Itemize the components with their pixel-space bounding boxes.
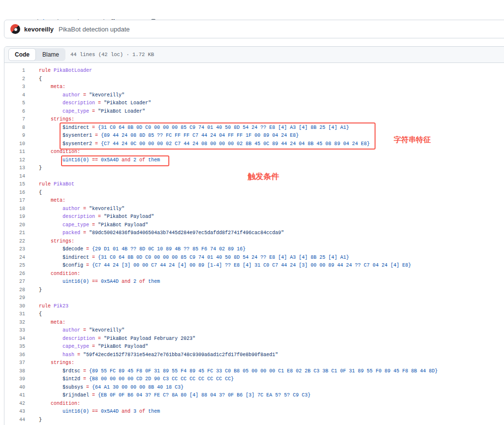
- code-line: 3 meta:: [4, 83, 504, 91]
- line-number[interactable]: 10: [4, 140, 25, 149]
- file-size-info: 44 lines (42 loc) · 1.72 KB: [70, 52, 154, 58]
- code-line: 33 author = "kevoreilly": [4, 327, 504, 335]
- line-content: $rijndael = {EB 0F 0F B6 04 3? FE C? 8A …: [25, 392, 311, 400]
- line-number[interactable]: 27: [4, 278, 25, 286]
- code-line: 43 uint16(0) == 0x5A4D and 3 of them: [4, 408, 504, 416]
- commit-message-link[interactable]: PikaBot detection update: [59, 26, 130, 33]
- line-content: condition:: [25, 270, 80, 278]
- line-content: [25, 294, 39, 303]
- line-content: cape_type = "PikaBot Payload": [25, 221, 148, 230]
- line-content: strings:: [25, 238, 74, 246]
- code-line: 1rule PikaBotLoader: [4, 67, 504, 75]
- line-number[interactable]: 11: [4, 148, 25, 156]
- line-number[interactable]: 36: [4, 351, 25, 360]
- code-line: 36 hash = "59f42ecde152f78731e54ea27e761…: [4, 351, 504, 360]
- line-number[interactable]: 16: [4, 189, 25, 197]
- file-header-bar: Code Blame 44 lines (42 loc) · 1.72 KB: [4, 47, 504, 63]
- tab-code[interactable]: Code: [8, 48, 36, 61]
- tab-blame[interactable]: Blame: [36, 48, 65, 61]
- code-line: 29: [4, 294, 504, 303]
- line-number[interactable]: 20: [4, 221, 25, 230]
- line-number[interactable]: 44: [4, 416, 25, 425]
- code-line: 20 cape_type = "PikaBot Payload": [4, 221, 504, 230]
- code-line: 2{: [4, 75, 504, 84]
- code-line: 7 strings:: [4, 116, 504, 124]
- line-number[interactable]: 6: [4, 108, 25, 116]
- commit-author-link[interactable]: kevoreilly: [24, 26, 54, 33]
- line-number[interactable]: 5: [4, 99, 25, 108]
- line-content: meta:: [25, 197, 65, 205]
- line-content: meta:: [25, 319, 65, 327]
- line-content: author = "kevoreilly": [25, 91, 125, 100]
- line-content: description = "PikaBot Payload February …: [25, 335, 195, 343]
- line-number[interactable]: 19: [4, 213, 25, 221]
- line-number[interactable]: 18: [4, 205, 25, 213]
- line-number[interactable]: 42: [4, 400, 25, 408]
- line-content: {: [25, 310, 42, 319]
- line-number[interactable]: 22: [4, 238, 25, 246]
- line-number[interactable]: 8: [4, 124, 25, 132]
- code-line: 28}: [4, 286, 504, 295]
- line-number[interactable]: 12: [4, 156, 25, 165]
- line-number[interactable]: 43: [4, 408, 25, 416]
- code-line: 10 $sysenter2 = {C7 44 24 0C 00 00 00 02…: [4, 140, 504, 149]
- line-content: packed = "89dc50024836f9ad406504a3b7445d…: [25, 229, 284, 238]
- line-number[interactable]: 38: [4, 367, 25, 376]
- line-number[interactable]: 39: [4, 375, 25, 384]
- line-content: description = "Pikabot Loader": [25, 99, 151, 108]
- line-number[interactable]: 25: [4, 262, 25, 270]
- line-number[interactable]: 33: [4, 327, 25, 335]
- code-line: 35 cape_type = "PikaBot Payload": [4, 343, 504, 351]
- line-number[interactable]: 2: [4, 75, 25, 84]
- code-line: 13}: [4, 164, 504, 173]
- line-number[interactable]: 1: [4, 67, 25, 75]
- line-content: cape_type = "PikaBot Payload": [25, 343, 148, 351]
- line-content: $decode = {29 D1 01 4B ?? 8D 0C 10 89 4B…: [25, 245, 246, 254]
- line-content: strings:: [25, 116, 74, 124]
- code-line: 5 description = "Pikabot Loader": [4, 99, 504, 108]
- line-number[interactable]: 26: [4, 270, 25, 278]
- line-number[interactable]: 28: [4, 286, 25, 295]
- line-content: uint16(0) == 0x5A4D and 2 of them: [25, 278, 160, 286]
- line-number[interactable]: 31: [4, 310, 25, 319]
- line-number[interactable]: 17: [4, 197, 25, 205]
- avatar[interactable]: [10, 24, 20, 34]
- code-line: 4 author = "kevoreilly": [4, 91, 504, 100]
- code-line: 40 $subsys = {64 A1 30 00 00 00 8B 40 18…: [4, 384, 504, 392]
- line-content: rule PikaBotLoader: [25, 67, 92, 75]
- line-number[interactable]: 30: [4, 303, 25, 311]
- code-line: 21 packed = "89dc50024836f9ad406504a3b74…: [4, 229, 504, 238]
- code-line: 12 uint16(0) == 0x5A4D and 2 of them: [4, 156, 504, 165]
- line-content: }: [25, 286, 42, 295]
- line-number[interactable]: 32: [4, 319, 25, 327]
- line-content: {: [25, 75, 42, 84]
- line-number[interactable]: 34: [4, 335, 25, 343]
- code-line: 19 description = "Pikabot Payload": [4, 213, 504, 221]
- code-line: 41 $rijndael = {EB 0F 0F B6 04 3? FE C? …: [4, 392, 504, 400]
- code-line: 16{: [4, 189, 504, 197]
- line-number[interactable]: 13: [4, 164, 25, 173]
- line-number[interactable]: 15: [4, 181, 25, 189]
- line-number[interactable]: 9: [4, 132, 25, 140]
- line-number[interactable]: 21: [4, 229, 25, 238]
- line-number[interactable]: 40: [4, 384, 25, 392]
- line-content: $config = {C7 44 24 [3] 00 00 C7 44 24 […: [25, 262, 411, 270]
- line-content: condition:: [25, 400, 80, 408]
- line-number[interactable]: 24: [4, 254, 25, 262]
- line-content: rule PikaBot: [25, 181, 74, 189]
- line-number[interactable]: 35: [4, 343, 25, 351]
- line-number[interactable]: 4: [4, 91, 25, 100]
- line-number[interactable]: 37: [4, 359, 25, 367]
- line-number[interactable]: 29: [4, 294, 25, 303]
- line-content: meta:: [25, 83, 65, 91]
- line-content: {: [25, 189, 42, 197]
- latest-commit-bar: kevoreilly PikaBot detection update: [4, 20, 504, 38]
- code-line: 17 meta:: [4, 197, 504, 205]
- line-number[interactable]: 3: [4, 83, 25, 91]
- line-content: strings:: [25, 359, 74, 367]
- line-number[interactable]: 23: [4, 245, 25, 254]
- line-number[interactable]: 41: [4, 392, 25, 400]
- line-number[interactable]: 14: [4, 173, 25, 181]
- line-number[interactable]: 7: [4, 116, 25, 124]
- line-content: hash = "59f42ecde152f78731e54ea27e761bba…: [25, 351, 278, 360]
